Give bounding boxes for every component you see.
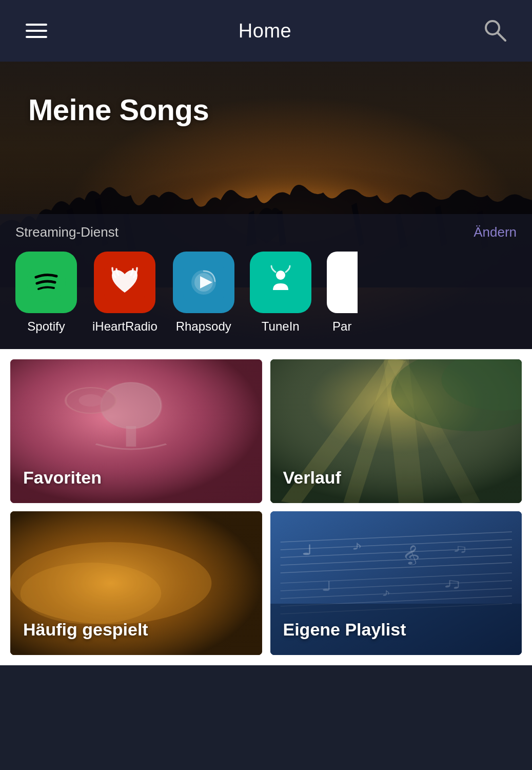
app-spotify[interactable]: Spotify [15, 252, 77, 334]
verlauf-item[interactable]: Verlauf [270, 359, 522, 503]
search-button[interactable] [483, 18, 506, 44]
spotify-label: Spotify [27, 319, 65, 334]
iheartradio-icon [94, 252, 155, 313]
favoriten-label: Favoriten [23, 468, 102, 488]
eigene-item[interactable]: ♩ ♪ 𝄞 ♫ ♩ ♪ ♫ Eigene Playlist [270, 511, 522, 655]
streaming-apps-list: Spotify iHeartRadio [15, 252, 517, 334]
svg-point-27 [21, 563, 162, 624]
tunein-icon [250, 252, 311, 313]
hero-title: Meine Songs [28, 92, 209, 127]
tunein-label: TuneIn [262, 319, 300, 334]
hero-section: Meine Songs Streaming-Dienst Ändern Spot… [0, 62, 532, 349]
svg-text:♩: ♩ [321, 579, 333, 594]
favoriten-item[interactable]: Favoriten [10, 359, 262, 503]
eigene-label: Eigene Playlist [283, 620, 406, 640]
svg-text:♩: ♩ [300, 542, 313, 558]
svg-text:♫: ♫ [451, 542, 468, 554]
partial-icon [327, 252, 358, 313]
app-partial[interactable]: Par [327, 252, 358, 334]
svg-point-10 [276, 271, 285, 280]
svg-rect-13 [126, 426, 136, 447]
svg-text:♪: ♪ [381, 587, 391, 598]
svg-line-1 [498, 33, 505, 41]
app-tunein[interactable]: TuneIn [250, 252, 311, 334]
svg-text:𝄞: 𝄞 [401, 545, 421, 565]
app-iheartradio[interactable]: iHeartRadio [92, 252, 157, 334]
rhapsody-label: Rhapsody [176, 319, 231, 334]
streaming-section: Streaming-Dienst Ändern Spotify [0, 214, 532, 349]
menu-button[interactable] [26, 24, 47, 38]
iheartradio-label: iHeartRadio [92, 319, 157, 334]
spotify-icon [15, 252, 77, 313]
svg-text:♫: ♫ [441, 575, 462, 591]
streaming-header: Streaming-Dienst Ändern [15, 224, 517, 240]
header: Home [0, 0, 532, 62]
svg-rect-9 [260, 262, 301, 303]
verlauf-label: Verlauf [283, 468, 341, 488]
grid-section: Favoriten [0, 349, 532, 665]
page-title: Home [239, 20, 291, 42]
change-button[interactable]: Ändern [474, 224, 517, 240]
svg-text:♪: ♪ [350, 539, 363, 552]
svg-point-15 [78, 394, 103, 407]
haeufig-label: Häufig gespielt [23, 620, 148, 640]
streaming-label: Streaming-Dienst [15, 224, 119, 240]
rhapsody-icon [173, 252, 234, 313]
app-rhapsody[interactable]: Rhapsody [173, 252, 234, 334]
haeufig-item[interactable]: Häufig gespielt [10, 511, 262, 655]
partial-label: Par [332, 319, 351, 334]
